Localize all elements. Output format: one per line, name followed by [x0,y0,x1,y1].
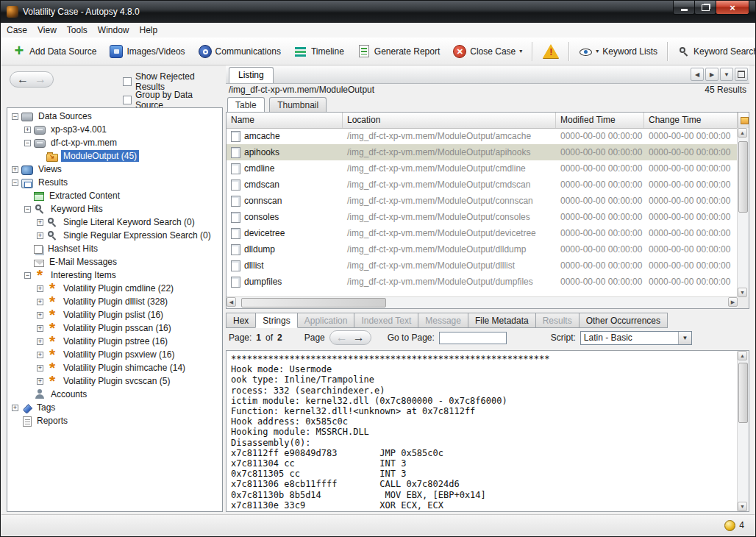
expand-icon[interactable]: + [37,285,43,292]
expand-icon[interactable]: + [37,365,43,371]
tab-other-occurrences[interactable]: Other Occurrences [579,313,668,328]
table-row-consoles[interactable]: consoles/img_df-ct-xp-vm.mem/ModuleOutpu… [227,209,738,225]
timeline-button[interactable]: Timeline [288,42,351,61]
collapse-icon[interactable]: − [24,272,31,279]
column-header-modified-time[interactable]: Modified Time [556,113,644,128]
table-row-dlllist[interactable]: dlllist/img_df-ct-xp-vm.mem/ModuleOutput… [227,257,738,274]
tree-item-plugin-dlllist[interactable]: +*Volatility Plugin dlllist (328) [7,295,222,308]
tree-item-keyword-hits[interactable]: −Keyword Hits [7,202,222,216]
tab-application[interactable]: Application [297,313,355,328]
tree-item-single-regex-search[interactable]: +Single Regular Expression Search (0) [7,229,222,242]
tree-item-views[interactable]: +Views [7,163,222,176]
menu-window[interactable]: Window [93,24,135,37]
scroll-down-button[interactable]: ▼ [738,288,747,297]
forward-button[interactable]: → [35,74,46,85]
tree-item-moduleoutput[interactable]: ModuleOutput (45) [7,149,222,163]
scrollbar-thumb[interactable] [241,298,386,307]
expand-icon[interactable]: + [37,378,43,385]
next-page-button[interactable]: → [353,332,365,344]
tab-message[interactable]: Message [418,313,468,328]
expand-icon[interactable]: + [37,352,43,358]
tree-item-plugin-pstree[interactable]: +*Volatility Plugin pstree (16) [7,335,222,348]
tab-strings[interactable]: Strings [255,313,297,328]
minimize-button[interactable] [673,1,695,15]
collapse-icon[interactable]: − [24,140,31,146]
scroll-right-button[interactable]: ▶ [728,297,738,307]
group-by-checkbox[interactable] [123,96,132,104]
menu-case[interactable]: Case [1,24,32,37]
previous-page-button[interactable]: ← [336,332,348,344]
scroll-left-button[interactable]: ◀ [227,297,236,307]
scrollbar-thumb[interactable] [738,363,748,423]
keyword-search-button[interactable]: Keyword Search [671,43,756,60]
expand-icon[interactable]: + [37,325,43,332]
tree-item-memory-image[interactable]: −df-ct-xp-vm.mem [7,136,222,149]
strings-vertical-scrollbar[interactable]: ▲ ▼ [737,351,749,511]
title-bar[interactable]: Volatility Case - Autopsy 4.8.0 × [1,1,755,23]
scroll-down-button[interactable]: ▼ [738,502,747,511]
table-vertical-scrollbar[interactable]: ▲ ▼ [737,128,749,297]
tree-item-data-sources[interactable]: −Data Sources [7,110,222,123]
tab-file-metadata[interactable]: File Metadata [468,313,536,328]
script-select[interactable]: Latin - Basic ▼ [580,331,692,345]
collapse-icon[interactable]: − [12,113,18,120]
column-header-change-time[interactable]: Change Time [644,113,738,128]
scroll-up-button[interactable]: ▲ [738,351,747,360]
tree-item-plugin-psscan[interactable]: +*Volatility Plugin psscan (16) [7,321,222,335]
tree-item-plugin-svcscan[interactable]: +*Volatility Plugin svcscan (5) [7,374,222,388]
column-header-name[interactable]: Name [227,113,343,128]
table-row-cmdline[interactable]: cmdline/img_df-ct-xp-vm.mem/ModuleOutput… [227,160,738,177]
table-row-dumpfiles[interactable]: dumpfiles/img_df-ct-xp-vm.mem/ModuleOutp… [227,274,738,290]
table-row-cmdscan[interactable]: cmdscan/img_df-ct-xp-vm.mem/ModuleOutput… [227,177,738,193]
show-rejected-checkbox[interactable] [123,77,132,86]
add-data-source-button[interactable]: + Add Data Source [6,42,103,61]
tab-indexed-text[interactable]: Indexed Text [354,313,418,328]
expand-icon[interactable]: + [24,127,31,133]
tree-item-plugin-cmdline[interactable]: +*Volatility Plugin cmdline (22) [7,282,222,295]
table-row-devicetree[interactable]: devicetree/img_df-ct-xp-vm.mem/ModuleOut… [227,225,738,241]
maximize-button[interactable] [694,1,716,15]
close-button[interactable]: × [716,1,749,15]
float-window-button[interactable] [735,68,748,81]
column-header-location[interactable]: Location [343,113,556,128]
tab-results[interactable]: Results [535,313,580,328]
images-videos-button[interactable]: Images/Videos [103,42,191,61]
tree-item-interesting-items[interactable]: −*Interesting Items [7,268,222,282]
tree-item-reports[interactable]: Reports [7,414,222,427]
column-chooser-button[interactable] [738,113,749,128]
menu-tools[interactable]: Tools [62,24,93,37]
keyword-lists-button[interactable]: ▾ Keyword Lists [573,43,664,60]
tab-scroll-left-button[interactable]: ◀ [691,68,704,81]
tab-table[interactable]: Table [227,97,265,112]
goto-page-input[interactable] [439,332,507,344]
tree-item-xp-sp3[interactable]: +xp-sp3-v4.001 [7,123,222,136]
scroll-up-button[interactable]: ▲ [738,128,747,138]
tree-item-hashset-hits[interactable]: Hashset Hits [7,242,222,255]
table-horizontal-scrollbar[interactable]: ◀ ▶ [227,296,738,308]
strings-content[interactable]: ****************************************… [226,350,749,512]
tab-hex[interactable]: Hex [226,313,256,328]
collapse-icon[interactable]: − [12,179,18,186]
tree-item-extracted-content[interactable]: Extracted Content [7,189,222,202]
generate-report-button[interactable]: Generate Report [351,42,446,60]
tab-listing[interactable]: Listing [229,67,274,83]
scrollbar-thumb[interactable] [738,141,748,213]
tree-item-plugin-psxview[interactable]: +*Volatility Plugin psxview (16) [7,348,222,361]
menu-help[interactable]: Help [135,24,163,37]
tree-item-single-literal-search[interactable]: +Single Literal Keyword Search (0) [7,216,222,229]
tab-thumbnail[interactable]: Thumbnail [269,97,327,112]
expand-icon[interactable]: + [37,338,43,345]
tab-scroll-right-button[interactable]: ▶ [705,68,718,81]
tree-item-accounts[interactable]: Accounts [7,388,222,401]
ingest-warnings-button[interactable] [536,41,566,61]
communications-button[interactable]: Communications [192,42,288,61]
notification-ball-icon[interactable] [724,520,735,531]
expand-icon[interactable]: + [37,232,43,239]
expand-icon[interactable]: + [12,405,18,411]
back-button[interactable]: ← [17,74,29,85]
table-row-connscan[interactable]: connscan/img_df-ct-xp-vm.mem/ModuleOutpu… [227,193,738,209]
table-row-apihooks[interactable]: apihooks/img_df-ct-xp-vm.mem/ModuleOutpu… [227,144,738,160]
expand-icon[interactable]: + [12,166,18,173]
close-case-button[interactable]: ✕ Close Case ▾ [446,42,529,61]
expand-icon[interactable]: + [37,299,43,305]
